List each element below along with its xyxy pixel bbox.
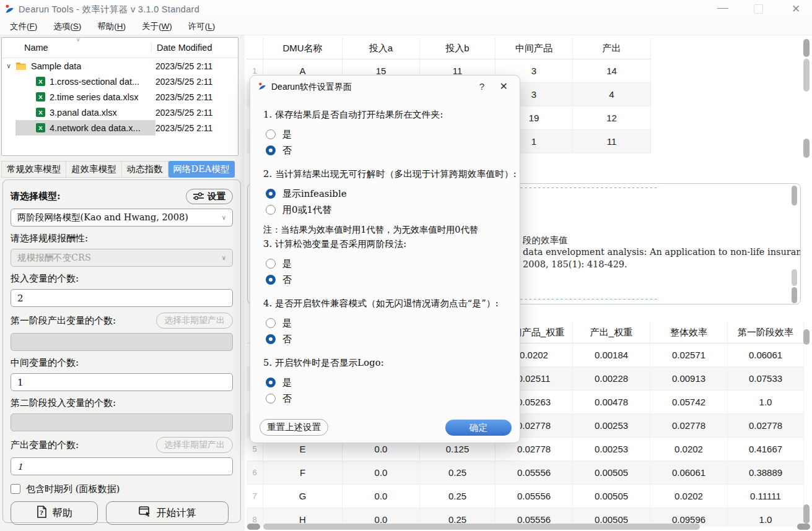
radio-label: 是 bbox=[282, 377, 292, 389]
chevron-down-icon[interactable]: ∨ bbox=[2, 62, 15, 70]
settings-button[interactable]: 设置 bbox=[186, 189, 233, 204]
ok-button[interactable]: 确定 bbox=[445, 420, 512, 436]
scroll-left-button[interactable] bbox=[247, 524, 260, 530]
dialog-question: 1. 保存结果后是否自动打开结果所在文件夹: bbox=[263, 109, 507, 121]
dialog-question: 5. 开启软件时是否显示Logo: bbox=[263, 357, 507, 369]
reference-text: 段的效率值 bbox=[523, 235, 568, 246]
radio-unchecked-icon[interactable] bbox=[266, 205, 276, 215]
output-count-field[interactable]: 1 bbox=[11, 457, 233, 475]
rts-label: 请选择规模报酬性: bbox=[11, 233, 88, 244]
reset-settings-button[interactable]: 重置上述设置 bbox=[260, 419, 328, 436]
tree-header-name[interactable]: Name bbox=[2, 43, 151, 53]
radio-option[interactable]: 否 bbox=[266, 391, 507, 407]
tab-4[interactable]: 网络DEA模型 bbox=[168, 161, 235, 178]
radio-checked-icon[interactable] bbox=[266, 145, 276, 155]
excel-file-icon: X bbox=[36, 108, 45, 117]
radio-option[interactable]: 否 bbox=[266, 272, 507, 288]
tree-item[interactable]: X1.cross-sectional dat...2023/5/25 2:11 bbox=[2, 74, 238, 89]
radio-option[interactable]: 否 bbox=[266, 142, 507, 158]
tree-item[interactable]: X4.network dea data.x...2023/5/25 2:11 bbox=[2, 120, 238, 136]
sort-chevron-icon[interactable]: ∨ bbox=[76, 37, 81, 43]
scrollbar-thumb[interactable] bbox=[792, 287, 797, 303]
input-count-field[interactable]: 2 bbox=[11, 289, 233, 307]
table-cell: 0.38889 bbox=[728, 461, 804, 485]
help-button[interactable]: ? 帮助 bbox=[11, 501, 98, 525]
radio-checked-icon[interactable] bbox=[266, 189, 276, 199]
radio-group: 是否 bbox=[263, 315, 507, 347]
mid-count-label: 中间变量的个数: bbox=[11, 357, 79, 369]
maximize-button[interactable] bbox=[754, 4, 763, 14]
table-cell: 0.00184 bbox=[573, 343, 650, 367]
radio-option[interactable]: 是 bbox=[266, 256, 507, 272]
svg-text:?: ? bbox=[40, 509, 43, 516]
radio-checked-icon[interactable] bbox=[266, 378, 276, 387]
radio-label: 否 bbox=[282, 274, 292, 286]
panel-data-checkbox[interactable] bbox=[11, 484, 20, 494]
radio-option[interactable]: 是 bbox=[266, 315, 507, 331]
radio-checked-icon[interactable] bbox=[266, 275, 276, 285]
tree-item[interactable]: X3.panal data.xlsx2023/5/25 2:11 bbox=[2, 105, 238, 120]
table-cell: 0.05556 bbox=[495, 485, 573, 508]
radio-option[interactable]: 否 bbox=[266, 331, 507, 347]
vertical-scrollbar-thumb[interactable] bbox=[803, 504, 810, 524]
table-cell: 4 bbox=[573, 83, 651, 106]
excel-file-icon: X bbox=[36, 108, 45, 117]
tree-item-date: 2023/5/25 2:11 bbox=[155, 108, 238, 118]
scrollbar-thumb[interactable] bbox=[792, 186, 797, 205]
scroll-right-button[interactable] bbox=[797, 524, 810, 530]
radio-unchecked-icon[interactable] bbox=[266, 394, 276, 404]
dialog-help-button[interactable]: ? bbox=[479, 81, 484, 92]
table-cell: 0.07533 bbox=[728, 367, 804, 391]
minimize-button[interactable] bbox=[717, 8, 728, 9]
scrollbar-thumb[interactable] bbox=[792, 269, 797, 286]
undesired-output-button-2: 选择非期望产出 bbox=[156, 437, 233, 453]
menu-item[interactable]: 许可(L) bbox=[181, 19, 222, 34]
start-calculation-button[interactable]: 开始计算 bbox=[106, 501, 229, 525]
tree-header-date[interactable]: Date Modified bbox=[151, 43, 238, 53]
tab-3[interactable]: 动态指数 bbox=[122, 161, 168, 178]
radio-unchecked-icon[interactable] bbox=[266, 259, 276, 269]
menu-item[interactable]: 文件(F) bbox=[3, 19, 44, 34]
table-cell: G bbox=[263, 485, 343, 508]
radio-option[interactable]: 用0或1代替 bbox=[266, 202, 507, 218]
radio-checked-icon[interactable] bbox=[266, 334, 276, 344]
vertical-scrollbar-thumb[interactable] bbox=[803, 329, 810, 345]
menu-item[interactable]: 帮助(H) bbox=[90, 19, 133, 34]
radio-option[interactable]: 显示infeasible bbox=[266, 186, 507, 202]
radio-label: 否 bbox=[282, 334, 292, 345]
radio-option[interactable]: 是 bbox=[266, 126, 507, 142]
table-cell: 0.25 bbox=[420, 461, 495, 485]
model-select[interactable]: 两阶段网络模型(Kao and Hwang, 2008) ∨ bbox=[11, 209, 233, 227]
tree-item[interactable]: ∨Sample data2023/5/25 2:11 bbox=[2, 58, 238, 74]
radio-unchecked-icon[interactable] bbox=[266, 318, 276, 328]
vertical-scrollbar-thumb[interactable] bbox=[803, 39, 810, 57]
radio-label: 显示infeasible bbox=[282, 188, 347, 200]
excel-file-icon: X bbox=[36, 77, 45, 86]
radio-unchecked-icon[interactable] bbox=[266, 129, 276, 139]
close-button[interactable]: ✕ bbox=[792, 2, 800, 15]
stage1-output-label: 第一阶段产出变量的个数: bbox=[11, 315, 116, 327]
mid-count-field[interactable]: 1 bbox=[11, 373, 233, 391]
table-cell: 0.11111 bbox=[728, 485, 804, 508]
dialog-question: 3. 计算松弛变量是否采用两阶段法: bbox=[263, 238, 507, 250]
radio-group: 是否 bbox=[263, 256, 507, 288]
tree-item-name-zone: Sample data bbox=[15, 58, 155, 74]
dialog-logo-icon bbox=[258, 82, 266, 92]
table-cell: 0.05556 bbox=[495, 461, 573, 485]
tab-1[interactable]: 常规效率模型 bbox=[1, 161, 66, 178]
vertical-scrollbar-thumb[interactable] bbox=[803, 59, 810, 92]
menu-item[interactable]: 选项(S) bbox=[46, 19, 88, 34]
radio-option[interactable]: 是 bbox=[266, 374, 507, 391]
table-cell: 0.00478 bbox=[573, 391, 650, 414]
model-form: 请选择模型: 设置 两阶段网络模型(Kao and Hwang, 2008) ∨… bbox=[2, 179, 241, 523]
tree-header: ∨ Name Date Modified bbox=[2, 38, 238, 58]
dialog-close-button[interactable]: ✕ bbox=[500, 80, 508, 92]
horizontal-scrollbar-thumb[interactable] bbox=[263, 524, 700, 530]
tree-item[interactable]: X2.time series data.xlsx2023/5/25 2:11 bbox=[2, 89, 238, 105]
table-cell: 0.00253 bbox=[573, 414, 650, 438]
tab-2[interactable]: 超效率模型 bbox=[66, 161, 122, 178]
menu-item[interactable]: 关于(W) bbox=[135, 19, 179, 34]
left-panel: ∨ Name Date Modified ∨Sample data2023/5/… bbox=[0, 35, 245, 531]
table-cell: 0.00505 bbox=[573, 485, 650, 508]
vertical-scrollbar-thumb[interactable] bbox=[803, 139, 810, 158]
